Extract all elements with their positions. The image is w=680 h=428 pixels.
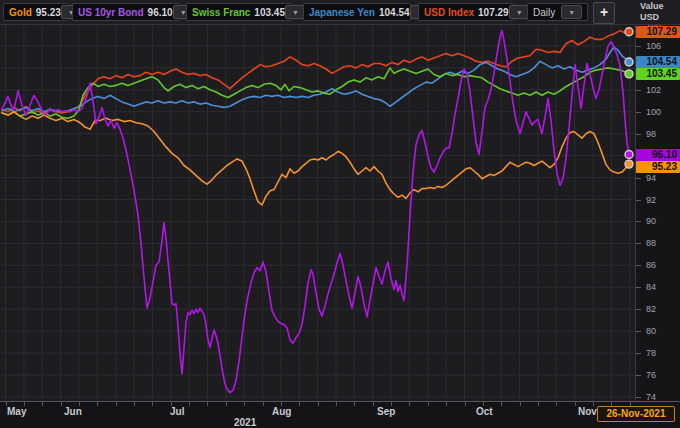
price-tag: 103.45 xyxy=(636,68,680,80)
trading-chart-app: Value USD 108106104102100989694929088868… xyxy=(0,0,680,428)
toolbar: Gold95.23▼US 10yr Bond96.10▼Swiss Franc1… xyxy=(0,0,680,25)
series-end-dot-japanese-yen xyxy=(625,58,633,66)
instrument-label: Gold xyxy=(9,7,32,18)
series-end-dot-usd-index xyxy=(625,28,633,36)
price-tag: 96.10 xyxy=(636,149,680,161)
time-tick-mark xyxy=(501,402,502,406)
chart-canvas[interactable] xyxy=(0,0,680,428)
time-tick-mark xyxy=(42,402,43,406)
month-label-oct: Oct xyxy=(476,406,493,417)
time-tick-mark xyxy=(152,402,153,406)
value-axis-currency: USD xyxy=(640,12,676,23)
time-tick-mark xyxy=(318,402,319,406)
time-tick-mark xyxy=(428,402,429,406)
add-instrument-button[interactable]: + xyxy=(593,2,615,24)
month-label-nov: Nov xyxy=(578,406,597,417)
period-dropdown-button[interactable]: ▼ xyxy=(561,5,582,19)
time-tick-mark xyxy=(446,402,447,406)
current-date-box[interactable]: 26-Nov-2021 xyxy=(597,406,675,422)
time-tick-mark xyxy=(207,402,208,406)
instrument-value: 95.23 xyxy=(36,7,61,18)
time-tick-mark xyxy=(538,402,539,406)
dropdown-arrow-icon: ▼ xyxy=(568,9,575,16)
period-selector-value: Daily xyxy=(533,7,555,18)
instrument-selector-swiss-franc[interactable]: Swiss Franc103.45▼ xyxy=(186,3,292,21)
price-tag: 107.29 xyxy=(636,26,680,38)
time-tick-mark xyxy=(556,402,557,406)
time-tick-mark xyxy=(263,402,264,406)
period-selector[interactable]: Daily ▼ xyxy=(527,3,588,21)
time-tick-mark xyxy=(189,402,190,406)
month-label-aug: Aug xyxy=(272,406,291,417)
instrument-selector-us-10yr-bond[interactable]: US 10yr Bond96.10▼ xyxy=(72,3,180,21)
instrument-label: Swiss Franc xyxy=(192,7,250,18)
time-tick-mark xyxy=(575,402,576,406)
year-label: 2021 xyxy=(234,417,256,428)
time-tick-mark xyxy=(354,402,355,406)
series-line-swiss-franc xyxy=(2,68,629,118)
instrument-value: 104.54 xyxy=(379,7,410,18)
instrument-value: 103.45 xyxy=(254,7,285,18)
price-tag: 104.54 xyxy=(636,56,680,68)
time-tick-mark xyxy=(116,402,117,406)
series-end-dot-swiss-franc xyxy=(625,70,633,78)
time-tick-mark xyxy=(520,402,521,406)
instrument-label: Japanese Yen xyxy=(309,7,375,18)
series-line-japanese-yen xyxy=(2,47,629,112)
time-tick-mark xyxy=(465,402,466,406)
instrument-selector-gold[interactable]: Gold95.23▼ xyxy=(3,3,69,21)
price-tag: 95.23 xyxy=(636,161,680,173)
time-tick-mark xyxy=(244,402,245,406)
month-label-may: May xyxy=(7,406,26,417)
series-line-gold xyxy=(2,112,629,205)
value-axis-title: Value xyxy=(640,1,676,12)
time-tick-mark xyxy=(226,402,227,406)
time-tick-mark xyxy=(61,402,62,406)
month-label-jun: Jun xyxy=(64,406,82,417)
time-tick-mark xyxy=(97,402,98,406)
instrument-value: 96.10 xyxy=(148,7,173,18)
value-axis-header: Value USD xyxy=(640,1,676,23)
series-end-dot-gold xyxy=(625,160,633,168)
instrument-label: US 10yr Bond xyxy=(78,7,144,18)
month-label-jul: Jul xyxy=(170,406,184,417)
time-tick-mark xyxy=(409,402,410,406)
dropdown-arrow-icon: ▼ xyxy=(292,9,299,16)
instrument-selector-usd-index[interactable]: USD Index107.29▼ xyxy=(418,3,514,21)
dropdown-arrow-icon: ▼ xyxy=(516,9,523,16)
time-tick-mark xyxy=(134,402,135,406)
instrument-selector-japanese-yen[interactable]: Japanese Yen104.54▼ xyxy=(303,3,411,21)
time-tick-mark xyxy=(373,402,374,406)
series-end-dot-us-10yr-bond xyxy=(625,151,633,159)
time-tick-mark xyxy=(299,402,300,406)
instrument-label: USD Index xyxy=(424,7,474,18)
time-axis: MayJunJulAugSepOctNov 2021 26-Nov-2021 xyxy=(0,401,680,428)
plot-area[interactable] xyxy=(0,0,680,428)
time-tick-mark xyxy=(336,402,337,406)
series-line-usd-index xyxy=(2,31,629,114)
month-label-sep: Sep xyxy=(377,406,395,417)
instrument-value: 107.29 xyxy=(478,7,509,18)
